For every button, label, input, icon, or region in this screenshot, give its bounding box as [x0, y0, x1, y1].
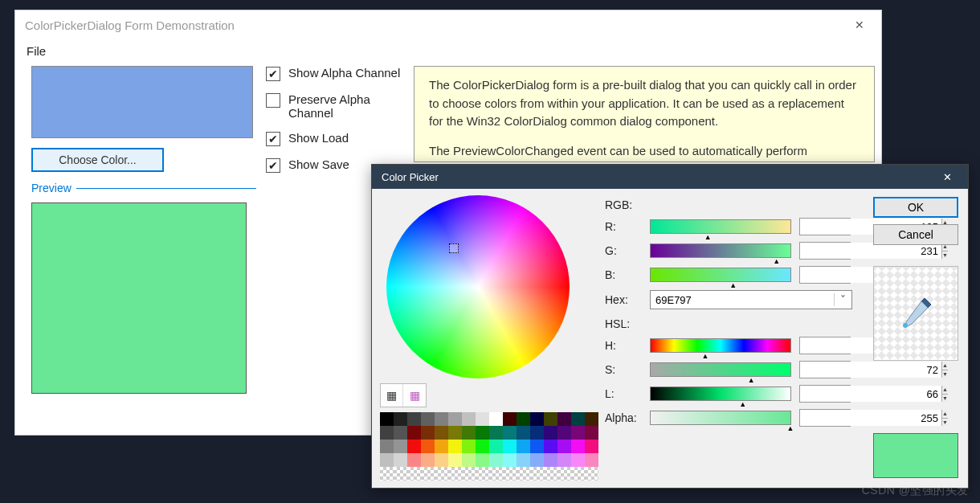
cancel-button[interactable]: Cancel	[873, 224, 958, 245]
dialog-right-panel: OK Cancel	[873, 197, 960, 361]
color-wheel[interactable]	[386, 195, 570, 378]
rgb-header: RGB:	[605, 198, 650, 211]
info-para1: The ColorPickerDialog form is a pre-buil…	[429, 76, 860, 131]
l-spin-up-icon[interactable]: ▲	[942, 386, 948, 395]
s-slider[interactable]	[650, 362, 791, 377]
s-input[interactable]	[800, 362, 941, 378]
hex-input[interactable]	[651, 294, 834, 306]
g-label: G:	[605, 244, 650, 257]
label-show-save: Show Save	[288, 157, 349, 171]
l-slider[interactable]	[650, 386, 791, 401]
checkbox-show-save[interactable]: ✔	[266, 158, 280, 173]
b-label: B:	[605, 268, 650, 281]
alpha-spin-down-icon[interactable]: ▼	[942, 419, 948, 427]
close-icon[interactable]: ✕	[841, 13, 878, 37]
ok-button[interactable]: OK	[873, 197, 958, 218]
label-preserve-alpha: Preserve Alpha Channel	[288, 92, 401, 120]
palette-colorgrid-icon[interactable]: ▦	[403, 384, 426, 407]
palette-tool-row: ▦ ▦	[380, 383, 427, 407]
hex-label: Hex:	[605, 293, 650, 306]
picker-title: Color Picker	[382, 171, 439, 183]
s-spin-down-icon[interactable]: ▼	[942, 370, 948, 378]
color-picker-dialog: Color Picker ✕ ▦ ▦ RGB: R: ▲▼ G: ▲▼ B:	[371, 164, 969, 489]
b-slider[interactable]	[650, 268, 791, 282]
current-color-swatch	[31, 66, 253, 138]
choose-color-button[interactable]: Choose Color...	[31, 148, 164, 172]
alpha-slider[interactable]	[650, 411, 791, 425]
l-spin-down-icon[interactable]: ▼	[942, 395, 948, 403]
alpha-input[interactable]	[800, 410, 941, 426]
s-spin-up-icon[interactable]: ▲	[942, 362, 948, 370]
main-title: ColorPickerDialog Form Demonstration	[25, 18, 235, 32]
hex-dropdown-icon[interactable]: ˅	[834, 293, 851, 306]
h-label: H:	[605, 339, 650, 352]
label-show-load: Show Load	[288, 131, 349, 145]
l-label: L:	[605, 387, 650, 400]
menu-file[interactable]: File	[27, 44, 46, 58]
checkbox-preserve-alpha[interactable]	[266, 93, 280, 108]
menubar: File	[15, 39, 881, 63]
alpha-label: Alpha:	[605, 411, 650, 424]
preview-color-swatch	[31, 202, 247, 394]
preview-legend-line	[76, 188, 256, 189]
g-slider[interactable]	[650, 243, 791, 258]
r-slider[interactable]	[650, 219, 791, 234]
palette-grid-icon[interactable]: ▦	[381, 384, 403, 407]
color-palette[interactable]	[380, 412, 598, 481]
h-slider[interactable]	[650, 338, 791, 353]
hsl-header: HSL:	[605, 317, 650, 330]
preview-group: Preview	[31, 182, 256, 394]
checkbox-show-alpha[interactable]: ✔	[266, 67, 280, 81]
info-para2: The PreviewColorChanged event can be use…	[429, 142, 860, 161]
label-show-alpha: Show Alpha Channel	[288, 66, 400, 80]
l-input[interactable]	[800, 386, 941, 402]
r-label: R:	[605, 220, 650, 233]
checkbox-show-load[interactable]: ✔	[266, 132, 280, 146]
watermark: CSDN @坚强的头发	[862, 484, 969, 498]
close-icon[interactable]: ✕	[929, 166, 965, 187]
selected-color-swatch	[873, 433, 958, 478]
eyedropper-area[interactable]	[873, 266, 958, 361]
preview-legend-label: Preview	[31, 182, 71, 194]
eyedropper-icon	[896, 293, 936, 333]
info-panel: The ColorPickerDialog form is a pre-buil…	[414, 66, 875, 162]
s-label: S:	[605, 363, 650, 376]
color-wheel-cursor[interactable]	[449, 243, 459, 253]
main-titlebar: ColorPickerDialog Form Demonstration ✕	[15, 10, 881, 39]
svg-point-0	[903, 323, 908, 328]
picker-titlebar: Color Picker ✕	[372, 165, 968, 189]
alpha-spin-up-icon[interactable]: ▲	[942, 410, 948, 419]
sliders-panel: RGB: R: ▲▼ G: ▲▼ B: ▲▼ Hex: ˅	[605, 198, 862, 433]
